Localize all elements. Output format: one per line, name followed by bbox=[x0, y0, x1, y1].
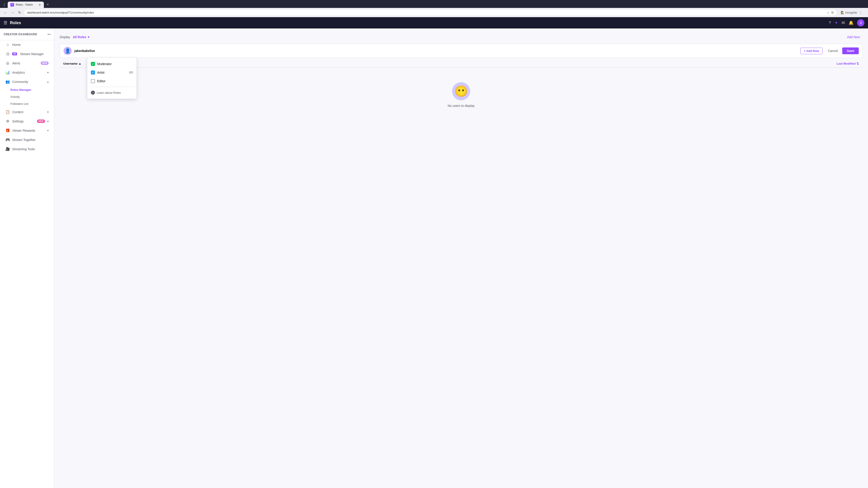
cancel-button[interactable]: Cancel bbox=[825, 48, 841, 54]
sidebar-item-roles-manager[interactable]: Roles Manager bbox=[0, 86, 54, 93]
moderator-label: Moderator bbox=[97, 62, 131, 66]
all-roles-dropdown[interactable]: All Roles ▾ bbox=[73, 35, 89, 39]
content-icon: 📋 bbox=[5, 110, 10, 114]
sidebar-item-followers-list[interactable]: Followers List bbox=[0, 100, 54, 107]
tab-title-text: Roles - Twitch bbox=[16, 3, 37, 6]
sidebar-item-community[interactable]: 👥 Community ▴ bbox=[2, 77, 52, 86]
home-icon: ⌂ bbox=[5, 43, 10, 47]
help-button[interactable]: ? bbox=[829, 21, 831, 25]
refresh-button[interactable]: ↻ bbox=[17, 9, 22, 15]
hype-button[interactable]: ✦ bbox=[835, 20, 838, 25]
empty-avatar: 😶 bbox=[452, 82, 470, 100]
user-avatar-image: 👤 bbox=[64, 47, 72, 55]
sidebar-community-label: Community bbox=[12, 80, 45, 84]
sidebar-item-settings[interactable]: ⚙ Settings NEW ▾ bbox=[2, 117, 52, 126]
save-button[interactable]: Save bbox=[842, 47, 859, 54]
tab-bar: ⟨ T Roles - Twitch ✕ + bbox=[0, 0, 868, 8]
filter-value: All Roles bbox=[73, 35, 86, 39]
tab-close-button[interactable]: ✕ bbox=[38, 3, 41, 6]
streaming-tools-icon: 🎥 bbox=[5, 147, 10, 151]
sidebar-item-streaming-tools[interactable]: 🎥 Streaming Tools bbox=[2, 144, 52, 153]
analytics-chevron: ▾ bbox=[47, 71, 49, 74]
notification-button[interactable]: 🔔 bbox=[848, 20, 854, 25]
forward-button[interactable]: → bbox=[10, 10, 16, 15]
address-bar: ← → ↻ dashboard.twitch.tv/u/moodjoy071/c… bbox=[0, 8, 868, 17]
table-header: Username ▲ Last Modified ⇅ bbox=[60, 60, 863, 68]
sidebar-viewer-rewards-label: Viewer Rewards bbox=[12, 129, 45, 132]
sidebar-home-label: Home bbox=[12, 43, 49, 46]
moderator-checkbox[interactable]: ✓ bbox=[91, 62, 95, 66]
add-role-button[interactable]: + Add Role bbox=[800, 48, 823, 54]
alerts-new-badge: NEW bbox=[41, 61, 49, 65]
artist-checkbox[interactable]: ✓ bbox=[91, 70, 95, 74]
url-icons: ☆ ⧉ bbox=[827, 11, 834, 14]
action-buttons: Cancel Save bbox=[825, 47, 859, 54]
sidebar-item-stream-together[interactable]: 🎮 Stream Together bbox=[2, 135, 52, 144]
back-button[interactable]: ← bbox=[3, 10, 8, 15]
settings-chevron: ▾ bbox=[47, 120, 49, 123]
sidebar-item-stream-manager[interactable]: ⊡ 69 Stream Manager bbox=[2, 50, 52, 58]
mail-button[interactable]: ✉ bbox=[842, 20, 845, 25]
sidebar-item-activity[interactable]: Activity bbox=[0, 93, 54, 100]
sidebar-item-home[interactable]: ⌂ Home bbox=[2, 40, 52, 49]
sidebar-collapse-button[interactable]: ↤ bbox=[48, 32, 51, 36]
sidebar-stream-manager-label: Stream Manager bbox=[20, 52, 49, 56]
tab-nav-button[interactable]: ⟨ bbox=[2, 2, 7, 8]
artist-label: Artist bbox=[97, 71, 127, 74]
browser-right-icons: 🕵 Incognito ⋮ bbox=[839, 9, 865, 15]
browser-chrome: ⟨ T Roles - Twitch ✕ + ← → ↻ dashboard.t… bbox=[0, 0, 868, 17]
last-modified-col-label: Last Modified bbox=[837, 62, 856, 65]
roles-manager-label: Roles Manager bbox=[10, 88, 31, 92]
username-col-label: Username bbox=[63, 62, 78, 65]
community-chevron: ▴ bbox=[47, 80, 49, 84]
user-card: 👤 jakenbakelive + Add Role ✓ Moderator ✓ bbox=[60, 44, 863, 58]
editor-checkbox[interactable] bbox=[91, 79, 95, 83]
info-icon: i bbox=[91, 91, 95, 95]
sidebar-item-viewer-rewards[interactable]: 🎁 Viewer Rewards ▾ bbox=[2, 126, 52, 135]
community-icon: 👥 bbox=[5, 79, 10, 84]
role-option-moderator[interactable]: ✓ Moderator bbox=[87, 60, 136, 68]
sidebar-alerts-label: Alerts bbox=[12, 61, 38, 65]
stream-manager-icon: ⊡ bbox=[5, 52, 10, 56]
learn-roles-link[interactable]: i Learn about Roles bbox=[87, 88, 136, 97]
filter-bar: Display All Roles ▾ Add New bbox=[60, 34, 863, 40]
sidebar-item-alerts[interactable]: ◎ Alerts NEW bbox=[2, 59, 52, 68]
sidebar-item-analytics[interactable]: 📊 Analytics ▾ bbox=[2, 68, 52, 77]
empty-avatar-emoji: 😶 bbox=[454, 85, 468, 98]
header-icons: ? ✦ ✉ 🔔 J bbox=[829, 19, 864, 26]
viewer-rewards-icon: 🎁 bbox=[5, 128, 10, 133]
sidebar-item-content[interactable]: 📋 Content ▾ bbox=[2, 107, 52, 116]
user-avatar: 👤 bbox=[64, 47, 72, 55]
bookmark-button[interactable]: ☆ bbox=[827, 11, 830, 14]
sidebar-header: CREATOR DASHBOARD ↤ bbox=[0, 29, 54, 40]
hamburger-button[interactable]: ☰ bbox=[4, 20, 7, 25]
settings-new-badge: NEW bbox=[37, 120, 45, 123]
new-tab-button[interactable]: + bbox=[45, 1, 51, 8]
role-dropdown: ✓ Moderator ✓ Artist 0/5 Editor bbox=[87, 58, 137, 99]
tab-mode-button[interactable]: ⧉ bbox=[831, 11, 834, 14]
sidebar-analytics-label: Analytics bbox=[12, 71, 45, 74]
browser-menu-button[interactable]: ⋮ bbox=[858, 9, 864, 15]
username: jakenbakelive bbox=[74, 49, 798, 53]
url-text: dashboard.twitch.tv/u/moodjoy071/communi… bbox=[27, 11, 825, 14]
content-area: Display All Roles ▾ Add New 👤 jakenbakel… bbox=[54, 29, 868, 488]
app: ☰ Roles ? ✦ ✉ 🔔 J CREATOR DASHBOARD ↤ ⌂ … bbox=[0, 17, 868, 488]
active-tab[interactable]: T Roles - Twitch ✕ bbox=[8, 2, 44, 8]
artist-count: 0/5 bbox=[129, 71, 133, 74]
sidebar-header-title: CREATOR DASHBOARD bbox=[4, 33, 46, 36]
followers-list-label: Followers List bbox=[10, 102, 28, 105]
last-modified-column-header[interactable]: Last Modified ⇅ bbox=[837, 62, 859, 65]
role-option-artist[interactable]: ✓ Artist 0/5 bbox=[87, 68, 136, 77]
username-column-header[interactable]: Username ▲ bbox=[63, 62, 81, 65]
stream-together-icon: 🎮 bbox=[5, 138, 10, 142]
avatar[interactable]: J bbox=[857, 19, 864, 26]
tab-favicon: T bbox=[10, 3, 14, 6]
sidebar-stream-together-label: Stream Together bbox=[12, 138, 49, 142]
url-bar[interactable]: dashboard.twitch.tv/u/moodjoy071/communi… bbox=[24, 9, 837, 16]
learn-roles-label: Learn about Roles bbox=[97, 91, 121, 94]
role-option-editor[interactable]: Editor bbox=[87, 77, 136, 86]
incognito-button[interactable]: 🕵 Incognito bbox=[841, 11, 857, 14]
filter-chevron: ▾ bbox=[88, 35, 89, 39]
add-new-button[interactable]: Add New bbox=[844, 34, 863, 40]
alerts-icon: ◎ bbox=[5, 61, 10, 65]
